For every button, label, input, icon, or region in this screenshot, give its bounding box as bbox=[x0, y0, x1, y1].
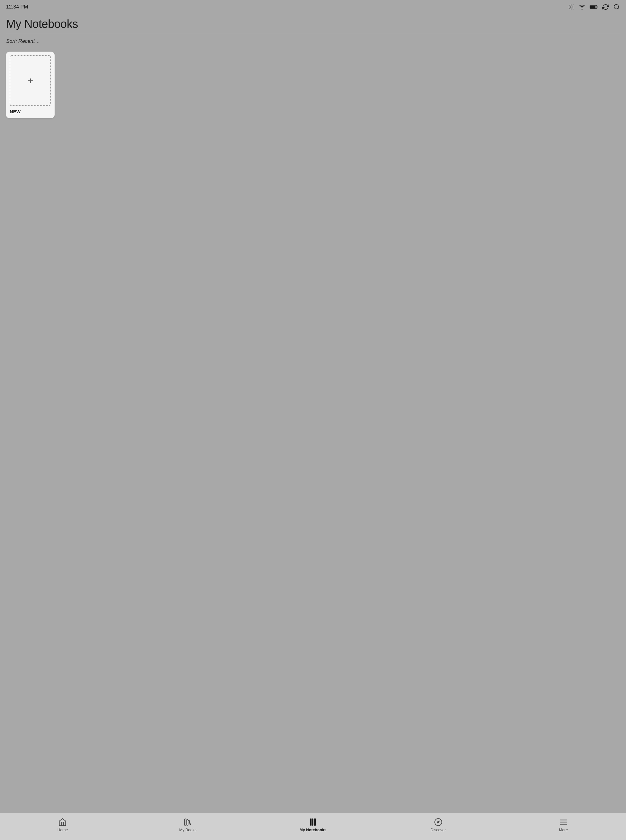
nav-label-more: More bbox=[559, 827, 568, 832]
page-title: My Notebooks bbox=[6, 17, 620, 31]
svg-rect-17 bbox=[312, 818, 313, 826]
main-content: + NEW bbox=[0, 49, 626, 813]
sync-icon bbox=[603, 4, 609, 10]
sort-label: Sort: Recent bbox=[6, 38, 35, 44]
header: My Notebooks bbox=[0, 13, 626, 34]
svg-line-4 bbox=[573, 9, 573, 9]
svg-point-0 bbox=[570, 6, 572, 8]
svg-rect-16 bbox=[310, 818, 312, 826]
svg-marker-20 bbox=[437, 821, 440, 824]
nav-item-more[interactable]: More bbox=[501, 816, 626, 834]
discover-icon bbox=[434, 818, 443, 826]
notebooks-icon bbox=[309, 818, 317, 826]
svg-rect-18 bbox=[314, 818, 316, 826]
home-icon bbox=[58, 818, 67, 826]
more-icon bbox=[559, 818, 568, 826]
books-icon bbox=[183, 818, 192, 826]
status-time: 12:34 PM bbox=[6, 4, 28, 10]
new-notebook-card[interactable]: + NEW bbox=[6, 52, 55, 118]
svg-rect-11 bbox=[590, 6, 596, 8]
new-notebook-label: NEW bbox=[6, 106, 55, 118]
plus-icon: + bbox=[28, 76, 33, 86]
svg-line-8 bbox=[573, 5, 573, 5]
nav-label-my-books: My Books bbox=[179, 827, 197, 832]
nav-label-discover: Discover bbox=[431, 827, 446, 832]
nav-label-home: Home bbox=[57, 827, 68, 832]
nav-item-my-notebooks[interactable]: My Notebooks bbox=[250, 816, 376, 834]
brightness-icon bbox=[568, 4, 574, 10]
chevron-down-icon: ⌄ bbox=[36, 39, 40, 44]
nav-item-my-books[interactable]: My Books bbox=[125, 816, 250, 834]
sort-button[interactable]: Sort: Recent ⌄ bbox=[6, 38, 40, 44]
svg-rect-15 bbox=[187, 820, 188, 826]
sort-bar: Sort: Recent ⌄ bbox=[0, 34, 626, 49]
status-icons bbox=[568, 4, 620, 10]
svg-rect-14 bbox=[185, 819, 186, 826]
nav-label-my-notebooks: My Notebooks bbox=[300, 827, 327, 832]
wifi-icon bbox=[579, 4, 585, 10]
svg-line-13 bbox=[618, 8, 619, 9]
status-bar: 12:34 PM bbox=[0, 0, 626, 13]
notebooks-grid: + NEW bbox=[6, 52, 620, 118]
nav-item-discover[interactable]: Discover bbox=[376, 816, 501, 834]
svg-point-9 bbox=[582, 9, 582, 9]
battery-icon bbox=[590, 5, 598, 9]
bottom-nav: Home My Books My Notebooks bbox=[0, 813, 626, 840]
new-notebook-inner: + bbox=[10, 55, 51, 106]
search-icon[interactable] bbox=[613, 4, 620, 10]
nav-item-home[interactable]: Home bbox=[0, 816, 125, 834]
